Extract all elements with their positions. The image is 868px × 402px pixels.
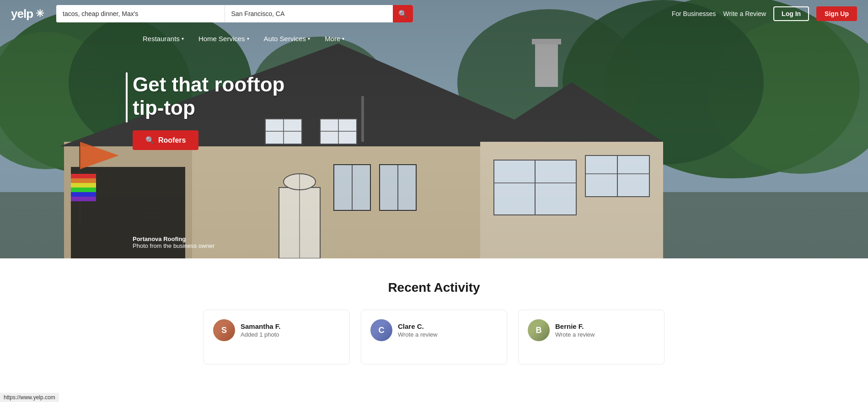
avatar-samantha: S bbox=[213, 319, 235, 341]
svg-rect-48 bbox=[361, 96, 364, 142]
search-button[interactable]: 🔍 bbox=[393, 5, 413, 22]
chevron-down-icon: ▾ bbox=[247, 36, 249, 41]
user-row: B Bernie F. Wrote a review bbox=[528, 319, 655, 341]
search-find-input[interactable] bbox=[56, 5, 225, 22]
nav-item-home-services[interactable]: Home Services ▾ bbox=[193, 27, 255, 49]
hero-title: Get that rooftop tip-top bbox=[133, 73, 284, 119]
user-row: C Clare C. Wrote a review bbox=[370, 319, 498, 341]
nav-item-auto-services[interactable]: Auto Services ▾ bbox=[258, 27, 316, 49]
user-name-samantha: Samantha F. bbox=[241, 322, 281, 330]
user-name-clare: Clare C. bbox=[398, 322, 437, 330]
activity-card-samantha: S Samantha F. Added 1 photo bbox=[204, 310, 350, 364]
hero-accent-line bbox=[126, 72, 128, 123]
logo-burst-icon: ✳ bbox=[36, 8, 43, 20]
nav-auto-services-label: Auto Services bbox=[264, 35, 306, 43]
activity-cards: S Samantha F. Added 1 photo C Clare C. W… bbox=[0, 310, 868, 364]
user-action-samantha: Added 1 photo bbox=[241, 331, 281, 338]
yelp-logo[interactable]: yelp ✳ bbox=[11, 7, 43, 21]
user-action-bernie: Wrote a review bbox=[555, 331, 595, 338]
avatar-clare: C bbox=[370, 319, 392, 341]
hero-section: yelp ✳ 🔍 For Businesses Write a Review L… bbox=[0, 0, 868, 258]
header: yelp ✳ 🔍 For Businesses Write a Review L… bbox=[0, 0, 868, 27]
login-button[interactable]: Log In bbox=[773, 6, 809, 21]
nav-item-more[interactable]: More ▾ bbox=[319, 27, 350, 49]
chevron-down-icon: ▾ bbox=[182, 36, 184, 41]
signup-button[interactable]: Sign Up bbox=[816, 6, 857, 21]
recent-activity-title: Recent Activity bbox=[0, 280, 868, 295]
header-links: For Businesses Write a Review Log In Sig… bbox=[672, 6, 857, 21]
search-near-input[interactable] bbox=[225, 5, 393, 22]
user-info-clare: Clare C. Wrote a review bbox=[398, 322, 437, 338]
write-review-link[interactable]: Write a Review bbox=[723, 10, 766, 17]
nav-home-services-label: Home Services bbox=[198, 35, 245, 43]
user-name-bernie: Bernie F. bbox=[555, 322, 595, 330]
user-info-bernie: Bernie F. Wrote a review bbox=[555, 322, 595, 338]
activity-card-bernie: B Bernie F. Wrote a review bbox=[518, 310, 664, 364]
photo-credit-desc: Photo from the business owner bbox=[133, 242, 214, 249]
user-row: S Samantha F. Added 1 photo bbox=[213, 319, 340, 341]
avatar-bernie: B bbox=[528, 319, 550, 341]
recent-activity-section: Recent Activity S Samantha F. Added 1 ph… bbox=[0, 258, 868, 383]
user-action-clare: Wrote a review bbox=[398, 331, 437, 338]
nav-restaurants-label: Restaurants bbox=[143, 35, 180, 43]
nav-bar: Restaurants ▾ Home Services ▾ Auto Servi… bbox=[0, 27, 868, 49]
chevron-down-icon: ▾ bbox=[308, 36, 310, 41]
activity-card-clare: C Clare C. Wrote a review bbox=[361, 310, 507, 364]
search-icon: 🔍 bbox=[145, 136, 155, 145]
nav-more-label: More bbox=[325, 35, 340, 43]
chevron-down-icon: ▾ bbox=[342, 36, 344, 41]
hero-cta-button[interactable]: 🔍 Roofers bbox=[133, 130, 198, 150]
user-info-samantha: Samantha F. Added 1 photo bbox=[241, 322, 281, 338]
photo-credit: Portanova Roofing Photo from the busines… bbox=[133, 236, 214, 249]
search-bar: 🔍 bbox=[56, 5, 413, 22]
photo-credit-business: Portanova Roofing bbox=[133, 236, 214, 242]
nav-item-restaurants[interactable]: Restaurants ▾ bbox=[137, 27, 189, 49]
hero-content: Get that rooftop tip-top 🔍 Roofers bbox=[133, 73, 284, 150]
search-icon: 🔍 bbox=[398, 10, 407, 18]
logo-text: yelp bbox=[11, 7, 33, 21]
for-businesses-link[interactable]: For Businesses bbox=[672, 10, 716, 17]
